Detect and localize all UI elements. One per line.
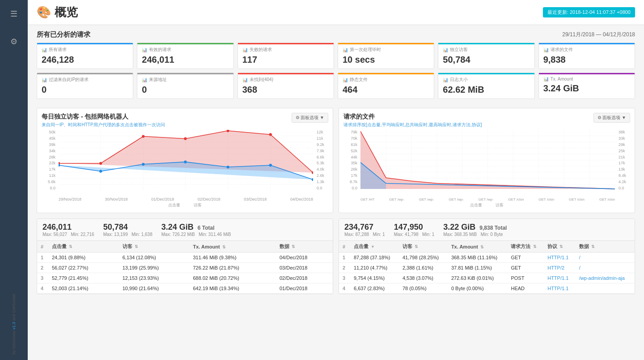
table-row[interactable]: 4 52,003 (21.14%) 10,990 (21.64%) 642.19… (37, 283, 333, 294)
visitors-cell: 78 (0.05%) (399, 283, 448, 294)
method-cell: GET (507, 253, 544, 263)
right-chart-svg-area (360, 130, 615, 190)
hamburger-icon[interactable]: ☰ (7, 5, 21, 22)
stats-section: 所有已分析的请求 29/11月/2018 — 04/12月/2018 📊所有请求… (28, 25, 644, 108)
rank-cell: 4 (37, 283, 48, 294)
col-visitors[interactable]: 访客 ⇅ (119, 241, 190, 253)
tx-cell: 368.35 MiB (11.16%) (448, 253, 508, 263)
stat-failed-requests[interactable]: 📊失败的请求 117 (237, 43, 334, 69)
charts-section: 每日独立访客 - 包括网络机器人 来自同一IP、时间和HTTP用户代理的多次点击… (28, 108, 644, 219)
stat-referrer[interactable]: 📊来源地址 0 (137, 73, 233, 99)
table-row[interactable]: 2 11,210 (4.77%) 2,388 (1.61%) 37.81 MiB… (339, 263, 635, 273)
left-chart-x-labels: 29/Nov/2018 30/Nov/2018 01/Dec/2018 02/D… (59, 197, 313, 201)
stat-valid-requests[interactable]: 📊有效的请求 246,011 (137, 43, 233, 69)
daily-visitors-chart-panel: 每日独立访客 - 包括网络机器人 来自同一IP、时间和HTTP用户代理的多次点击… (37, 108, 333, 213)
rcol-method[interactable]: 请求方法 ⇅ (507, 241, 544, 253)
col-rank: # (37, 241, 48, 253)
rank-cell: 3 (339, 273, 350, 283)
stat-value-unique-visitors: 50,784 (443, 55, 530, 65)
svg-point-27 (227, 166, 229, 168)
stat-filtered-ip[interactable]: 📊过滤来自此IP的请求 0 (37, 73, 133, 99)
main-content: 🎨 概览 最近更新: 2018-12-04 11:07:37 +0800 所有已… (28, 0, 644, 360)
right-chart-options-button[interactable]: ⚙ 面板选项 ▼ (593, 113, 630, 123)
attribution-label: by GöAccess v1.3 and GWSocket (12, 294, 16, 355)
stat-value-log-size: 62.62 MiB (443, 85, 530, 95)
right-chart-y2-axis: 38k33k29k25k21k17k13k8.4k4.2k0.0 (617, 130, 630, 190)
hits-cell: 52,779 (21.45%) (48, 273, 119, 283)
stat-requested-files[interactable]: 📊请求的文件 9,838 (538, 43, 635, 69)
stat-log-size[interactable]: 📊日志大小 62.62 MiB (438, 73, 534, 99)
visitors-cell: 41,798 (28.25%) (399, 253, 448, 263)
left-chart-axis-labels: 点击量访客 (42, 202, 328, 208)
right-summary-visitors: 147,950 (394, 223, 435, 232)
protocol-cell: HTTP/1.1 (544, 283, 576, 294)
stat-all-requests[interactable]: 📊所有请求 246,128 (37, 43, 133, 69)
left-summary-tx: 3.24 GiB 6 Total (161, 223, 231, 232)
stats-grid-row1: 📊所有请求 246,128 📊有效的请求 246,011 📊失败的请求 117 … (37, 43, 635, 69)
stat-unique-visitors[interactable]: 📊独立访客 50,784 (438, 43, 534, 69)
svg-point-28 (269, 164, 272, 167)
right-summary-hits: 234,767 (344, 223, 385, 232)
requested-files-chart-panel: 请求的文件 请求排序按[点击量,平均响应时,总共响应时,最高响应时,请求方法,协… (339, 108, 635, 213)
svg-point-21 (269, 133, 272, 136)
table-row[interactable]: 2 56,027 (22.77%) 13,199 (25.99%) 726.22… (37, 263, 333, 273)
data-cell: /wp-admin/admin-aja (576, 273, 635, 283)
hits-cell: 24,301 (9.88%) (48, 253, 119, 263)
right-chart-axis-labels: 点击量访客 (343, 202, 630, 208)
data-cell: 02/Dec/2018 (276, 273, 333, 283)
stat-value-tx-amount: 3.24 GiB (543, 83, 630, 94)
protocol-cell: HTTP/2 (544, 263, 576, 273)
table-row[interactable]: 3 52,779 (21.45%) 12,153 (23.93%) 688.02… (37, 273, 333, 283)
tx-cell: 726.22 MiB (21.87%) (190, 263, 276, 273)
stat-tx-amount[interactable]: 📊Tx. Amount 3.24 GiB (538, 73, 635, 99)
stat-value-failed-requests: 117 (242, 55, 329, 65)
stat-404[interactable]: 📊未找到(404) 368 (237, 73, 334, 99)
rcol-data[interactable]: 数据 ⇅ (576, 241, 635, 253)
visitors-cell: 6,134 (12.08%) (119, 253, 190, 263)
rcol-tx-amount[interactable]: Tx. Amount ⇅ (448, 241, 508, 253)
method-cell: HEAD (507, 283, 544, 294)
svg-point-23 (59, 164, 60, 167)
left-data-table: # 点击量 ⇅ 访客 ⇅ Tx. Amount ⇅ 数据 ⇅ 1 24,301 … (37, 241, 333, 294)
svg-point-24 (99, 170, 102, 172)
col-hits[interactable]: 点击量 ⇅ (48, 241, 119, 253)
settings-icon[interactable]: ⚙ (7, 33, 21, 50)
left-chart-options-button[interactable]: ⚙ 面板选项 ▼ (292, 113, 328, 123)
right-table-body: 1 87,288 (37.18%) 41,798 (28.25%) 368.35… (339, 253, 635, 294)
data-cell: / (576, 253, 635, 263)
svg-point-25 (142, 163, 144, 166)
table-row[interactable]: 3 9,754 (4.15%) 4,538 (3.07%) 272.63 KiB… (339, 273, 635, 283)
data-cell: 01/Dec/2018 (276, 283, 333, 294)
method-cell: GET (507, 263, 544, 273)
col-data[interactable]: 数据 ⇅ (276, 241, 333, 253)
table-row[interactable]: 4 6,637 (2.83%) 78 (0.05%) 0 Byte (0.00%… (339, 283, 635, 294)
right-summary-tx: 3.22 GiB 9,838 Total (443, 223, 507, 232)
palette-icon: 🎨 (37, 5, 51, 19)
rank-cell: 1 (37, 253, 48, 263)
rank-cell: 2 (37, 263, 48, 273)
table-row[interactable]: 1 24,301 (9.88%) 6,134 (12.08%) 311.46 M… (37, 253, 333, 263)
date-range: 29/11月/2018 — 04/12月/2018 (562, 31, 635, 39)
col-tx-amount[interactable]: Tx. Amount ⇅ (190, 241, 276, 253)
data-cell (576, 283, 635, 294)
hits-cell: 9,754 (4.15%) (350, 273, 399, 283)
rcol-protocol[interactable]: 协议 ⇅ (544, 241, 576, 253)
requested-files-table: 234,767 Max: 87,288 Min: 1 147,950 Max: … (339, 219, 635, 294)
stat-value-first-process: 10 secs (343, 55, 429, 65)
svg-point-26 (184, 161, 186, 163)
last-updated-badge: 最近更新: 2018-12-04 11:07:37 +0800 (543, 7, 635, 17)
rcol-visitors[interactable]: 访客 ⇅ (399, 241, 448, 253)
stat-first-process[interactable]: 📊第一次处理毕时 10 secs (338, 43, 434, 69)
hits-cell: 52,003 (21.14%) (48, 283, 119, 294)
table-row[interactable]: 1 87,288 (37.18%) 41,798 (28.25%) 368.35… (339, 253, 635, 263)
rcol-hits[interactable]: 点击量 ▼ (350, 241, 399, 253)
sidebar: ☰ ⚙ by GöAccess v1.3 and GWSocket (0, 0, 28, 360)
tables-section: 246,011 Max: 56,027 Min: 22,716 50,784 M… (28, 219, 644, 300)
right-chart-title: 请求的文件 (343, 113, 482, 121)
tx-cell: 642.19 MiB (19.34%) (190, 283, 276, 294)
daily-visitors-table: 246,011 Max: 56,027 Min: 22,716 50,784 M… (37, 219, 333, 294)
stat-static-files[interactable]: 📊静态文件 464 (338, 73, 434, 99)
right-chart-x-labels: GET /HTGET /wp-GET /wp-GET /wp-GET /wp-G… (360, 197, 615, 201)
right-table-header-row: # 点击量 ▼ 访客 ⇅ Tx. Amount ⇅ 请求方法 ⇅ 协议 ⇅ 数据… (339, 241, 635, 253)
tx-cell: 272.63 KiB (0.01%) (448, 273, 508, 283)
